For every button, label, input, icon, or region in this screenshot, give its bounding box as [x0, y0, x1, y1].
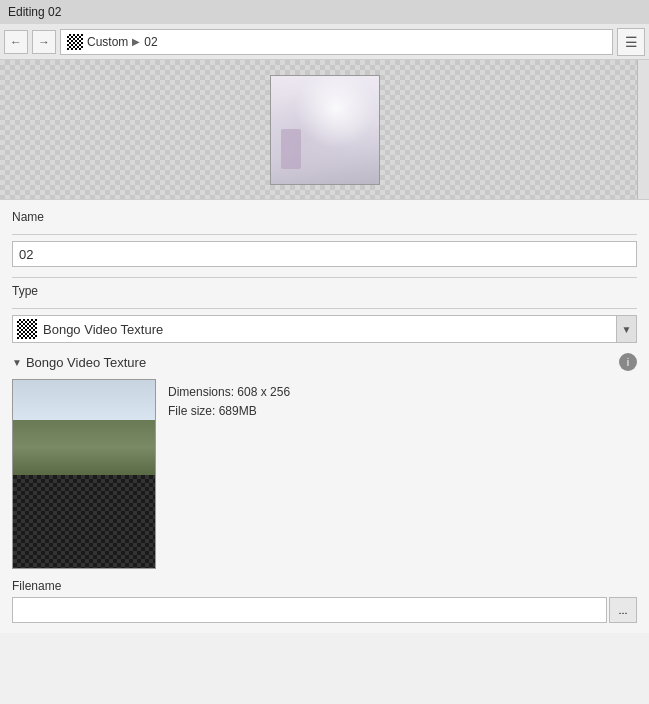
type-label: Type	[12, 284, 637, 298]
section-header-left: ▼ Bongo Video Texture	[12, 355, 146, 370]
name-divider	[12, 234, 637, 235]
video-sky	[13, 380, 155, 420]
type-dropdown-icon	[17, 319, 37, 339]
video-checkerboard	[13, 475, 155, 569]
bongo-section-header: ▼ Bongo Video Texture i	[12, 353, 637, 371]
video-field	[13, 420, 155, 475]
breadcrumb-bar: ← → Custom ▶ 02 ☰	[0, 24, 649, 60]
texture-content: Dimensions: 608 x 256 File size: 689MB	[12, 379, 637, 569]
preview-image	[270, 75, 380, 185]
video-thumbnail	[12, 379, 156, 569]
filename-input[interactable]	[12, 597, 607, 623]
type-dropdown-arrow[interactable]: ▼	[616, 316, 636, 342]
type-dropdown[interactable]: Bongo Video Texture ▼	[12, 315, 637, 343]
bongo-section-title: Bongo Video Texture	[26, 355, 146, 370]
name-input[interactable]	[12, 241, 637, 267]
dimensions-text: Dimensions: 608 x 256	[168, 383, 290, 402]
filesize-text: File size: 689MB	[168, 402, 290, 421]
preview-scrollbar[interactable]	[637, 60, 649, 199]
checkerboard-icon	[67, 34, 83, 50]
menu-button[interactable]: ☰	[617, 28, 645, 56]
type-divider	[12, 277, 637, 278]
type-divider2	[12, 308, 637, 309]
title-bar: Editing 02	[0, 0, 649, 24]
breadcrumb: Custom ▶ 02	[60, 29, 613, 55]
breadcrumb-arrow-icon: ▶	[132, 36, 140, 47]
filename-label: Filename	[12, 579, 637, 593]
video-bottom	[13, 475, 155, 569]
filename-browse-button[interactable]: ...	[609, 597, 637, 623]
info-icon[interactable]: i	[619, 353, 637, 371]
breadcrumb-custom[interactable]: Custom	[87, 35, 128, 49]
texture-info: Dimensions: 608 x 256 File size: 689MB	[168, 379, 290, 421]
type-dropdown-value: Bongo Video Texture	[43, 322, 616, 337]
back-button[interactable]: ←	[4, 30, 28, 54]
name-label: Name	[12, 210, 637, 224]
title-text: Editing 02	[8, 5, 61, 19]
main-content: Name Type Bongo Video Texture ▼ ▼ Bongo …	[0, 200, 649, 633]
filename-section: Filename ...	[12, 579, 637, 623]
filename-row: ...	[12, 597, 637, 623]
breadcrumb-item: 02	[144, 35, 157, 49]
preview-area	[0, 60, 649, 200]
collapse-icon[interactable]: ▼	[12, 357, 22, 368]
forward-button[interactable]: →	[32, 30, 56, 54]
